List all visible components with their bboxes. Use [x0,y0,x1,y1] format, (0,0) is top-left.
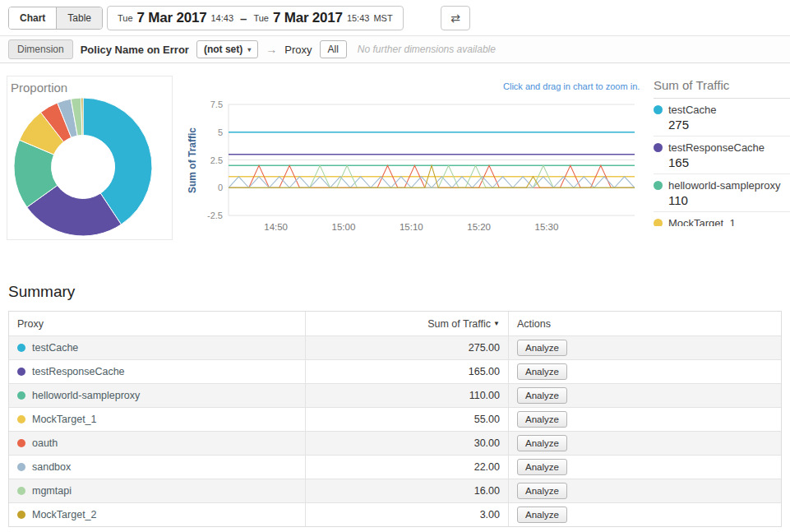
x-tick-label: 14:50 [264,222,288,232]
summary-table-body: testCache275.00AnalyzetestResponseCache1… [9,335,781,526]
analyze-button[interactable]: Analyze [517,435,567,451]
actions-cell: Analyze [508,479,781,502]
end-date: 7 Mar 2017 [273,10,343,26]
x-tick-label: 15:00 [332,222,356,232]
series-color-dot [17,344,25,352]
proxy-name: testResponseCache [32,366,125,377]
chart-series-line[interactable] [229,177,635,188]
table-row: helloworld-sampleproxy110.00Analyze [9,383,781,407]
y-tick-label: 2.5 [210,155,223,165]
date-range-picker[interactable]: Tue 7 Mar 2017 14:43 – Tue 7 Mar 2017 15… [107,6,404,30]
analytics-dashboard: Chart Table Tue 7 Mar 2017 14:43 – Tue 7… [0,0,790,532]
chart-legend: Sum of Traffic testCache275testResponseC… [654,78,790,226]
legend-proxy-name: MockTarget_1 [668,217,736,226]
traffic-value-cell: 22.00 [305,456,508,479]
y-tick-label: -2.5 [207,210,223,220]
proxy-cell: sandbox [9,456,305,479]
proxy-filter-all-button[interactable]: All [320,40,347,58]
table-row: oauth30.00Analyze [9,431,781,455]
date-range-separator: – [240,12,247,25]
legend-color-dot [654,219,663,226]
caret-down-icon: ▾ [247,46,251,53]
proportion-panel: Proportion [7,76,173,240]
series-color-dot [17,439,25,447]
table-tab-button[interactable]: Table [56,7,102,29]
dimension-selected-value: (not set) [204,44,243,55]
analyze-button[interactable]: Analyze [517,387,567,404]
summary-table: Proxy Sum of Traffic▼ Actions testCache2… [8,311,782,527]
legend-name-row: helloworld-sampleproxy [654,179,790,192]
traffic-value-cell: 275.00 [305,336,508,359]
proxy-name: sandbox [32,461,71,473]
arrow-right-icon: → [266,43,277,56]
proxy-name: MockTarget_1 [32,414,97,425]
summary-table-header: Proxy Sum of Traffic▼ Actions [9,312,781,335]
legend-name-row: testResponseCache [654,141,790,154]
proportion-donut-chart[interactable] [12,96,154,238]
traffic-line-chart[interactable]: -2.502.557.514:5015:0015:1015:2015:30 [189,86,641,238]
timezone-label: MST [373,13,392,23]
proxy-cell: testResponseCache [9,360,305,383]
legend-item[interactable]: MockTarget_155 [654,212,790,226]
proxy-cell: MockTarget_2 [9,503,305,526]
dimension-value-dropdown[interactable]: (not set) ▾ [196,40,258,58]
legend-value: 165 [668,155,790,169]
legend-item[interactable]: testCache275 [654,99,790,136]
traffic-column-header[interactable]: Sum of Traffic▼ [305,312,508,335]
proxy-cell: mgmtapi [9,479,305,502]
summary-title: Summary [8,283,75,301]
proxy-dimension-label: Proxy [284,44,312,56]
chart-legend-items: testCache275testResponseCache165hellowor… [654,99,790,226]
dimension-name-label: Policy Name on Error [81,44,189,56]
traffic-value-cell: 3.00 [305,503,508,526]
table-row: MockTarget_155.00Analyze [9,407,781,431]
proxy-name: testCache [32,342,78,354]
actions-cell: Analyze [508,503,781,526]
chart-tab-button[interactable]: Chart [9,7,56,29]
dimension-bar: Dimension Policy Name on Error (not set)… [0,36,790,63]
legend-color-dot [654,105,663,114]
sort-descending-icon: ▼ [493,320,500,327]
traffic-value-cell: 110.00 [305,384,508,407]
analyze-button[interactable]: Analyze [517,340,567,356]
y-tick-label: 5 [218,127,223,137]
legend-proxy-name: testResponseCache [668,141,765,154]
traffic-value-cell: 30.00 [305,432,508,455]
legend-item[interactable]: testResponseCache165 [654,136,790,174]
proportion-title: Proportion [11,81,67,95]
table-row: sandbox22.00Analyze [9,455,781,479]
actions-cell: Analyze [508,360,781,383]
legend-name-row: MockTarget_1 [654,217,790,226]
analyze-button[interactable]: Analyze [517,363,567,380]
traffic-value-cell: 165.00 [305,360,508,383]
refresh-button[interactable]: ⇄ [441,6,470,30]
x-tick-label: 15:20 [467,222,491,232]
legend-color-dot [654,181,663,190]
proxy-column-header[interactable]: Proxy [9,312,305,335]
analyze-button[interactable]: Analyze [517,411,567,428]
proxy-name: oauth [32,437,58,449]
legend-proxy-name: testCache [668,104,717,116]
end-time: 15:43 [347,13,370,23]
start-time: 14:43 [211,13,234,23]
legend-item[interactable]: helloworld-sampleproxy110 [654,174,790,212]
series-color-dot [17,391,25,400]
chart-table-toggle: Chart Table [8,7,103,30]
refresh-icon: ⇄ [450,12,460,25]
legend-proxy-name: helloworld-sampleproxy [668,179,781,192]
series-color-dot [17,511,25,519]
dimension-chip[interactable]: Dimension [8,39,73,59]
start-day: Tue [118,13,133,23]
actions-cell: Analyze [508,384,781,407]
legend-color-dot [654,143,663,152]
analyze-button[interactable]: Analyze [517,483,567,499]
legend-name-row: testCache [654,104,790,116]
legend-value: 275 [668,118,790,132]
actions-cell: Analyze [508,456,781,479]
traffic-value-cell: 16.00 [305,479,508,502]
legend-value: 110 [668,193,790,207]
actions-column-header: Actions [508,312,781,335]
analyze-button[interactable]: Analyze [517,507,567,523]
actions-cell: Analyze [508,336,781,359]
analyze-button[interactable]: Analyze [517,459,567,475]
